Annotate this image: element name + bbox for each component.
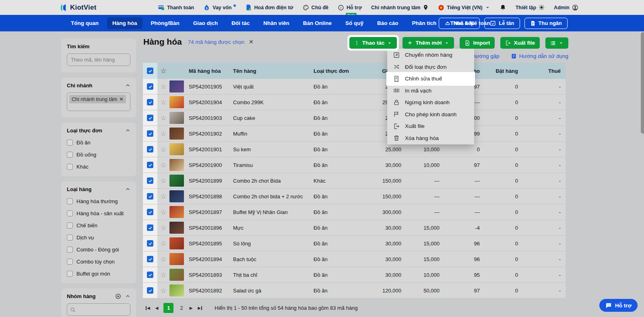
reception-button[interactable]: Lễ tân — [484, 18, 520, 29]
checkbox-unchecked[interactable] — [67, 198, 73, 204]
topbar-item-theme[interactable]: Chủ đề — [303, 4, 328, 11]
favorite-star-icon[interactable]: ☆ — [157, 239, 169, 248]
nav-tab[interactable]: Hàng hóa — [107, 17, 142, 29]
add-new-button[interactable]: Thêm mới — [402, 37, 454, 49]
favorite-star-icon[interactable]: ☆ — [157, 255, 169, 263]
row-checkbox[interactable] — [147, 130, 153, 137]
favorite-star-icon[interactable]: ☆ — [157, 192, 169, 201]
nav-tab[interactable]: Giao dịch — [188, 17, 223, 29]
checkbox-unchecked[interactable] — [67, 235, 73, 241]
row-checkbox[interactable] — [147, 209, 153, 215]
first-page-button[interactable]: ◀ — [146, 306, 150, 310]
row-checkbox[interactable] — [147, 240, 153, 247]
table-row[interactable]: ☆ SP542001900 Tiramisu Đồ ăn 30,000 10,0… — [143, 157, 566, 173]
branch-selector[interactable]: Chi nhánh trung tâm — [371, 4, 429, 10]
current-page-button[interactable]: 1 — [163, 303, 173, 313]
dropdown-menu-item[interactable]: Xóa hàng hóa — [387, 132, 474, 144]
row-checkbox[interactable] — [147, 99, 153, 105]
nav-tab[interactable]: Phân tích — [407, 17, 442, 29]
nav-tab[interactable]: Bán Online — [298, 17, 337, 29]
table-row[interactable]: ☆ SP542001899 Combo 2h chơi Bida Khác 15… — [143, 173, 566, 189]
row-checkbox[interactable] — [147, 83, 153, 90]
nav-tab[interactable]: Tổng quan — [66, 17, 104, 29]
col-header-code[interactable]: Mã hàng hóa — [189, 68, 229, 74]
product-type-option[interactable]: Buffet gọi món — [67, 271, 130, 277]
kitchen-button[interactable]: Nhà bếp — [439, 18, 480, 29]
col-header-ordered[interactable]: Đặt hàng — [485, 68, 523, 74]
row-checkbox[interactable] — [147, 162, 153, 168]
chevron-up-icon[interactable] — [125, 128, 130, 133]
checkbox-unchecked[interactable] — [67, 247, 73, 253]
col-header-tax[interactable]: Thuế — [523, 68, 566, 74]
product-type-option[interactable]: Hàng hóa thường — [67, 198, 130, 204]
row-checkbox[interactable] — [147, 177, 153, 184]
table-row[interactable]: ☆ SP542001896 Mực Đồ ăn 30,000 15,000 -4… — [143, 220, 566, 236]
chevron-up-icon[interactable] — [125, 294, 130, 299]
group-search-input[interactable] — [67, 303, 130, 316]
row-checkbox[interactable] — [147, 272, 153, 278]
next-page-button[interactable]: ▶ — [190, 306, 193, 310]
topbar-item-einvoice[interactable]: Hoá đơn điện tử — [245, 4, 293, 11]
table-row[interactable]: ☆ SP542001905 Việt quất Đồ ăn 20,000 10,… — [143, 79, 566, 95]
dropdown-menu-item[interactable]: Đổi loại thực đơn — [387, 61, 474, 73]
favorite-star-icon[interactable]: ☆ — [157, 114, 169, 122]
table-row[interactable]: ☆ SP542001894 Bạch tuộc Đồ ăn 30,000 15,… — [143, 251, 566, 267]
nav-tab[interactable]: Đối tác — [226, 17, 255, 29]
row-checkbox[interactable] — [147, 287, 153, 294]
table-row[interactable]: ☆ SP542001904 Combo 299K Đồ ăn 299,000 -… — [143, 95, 566, 110]
guide-link[interactable]: Hướng dẫn sử dụng — [511, 53, 568, 59]
branch-multiselect[interactable]: Chi nhánh trung tâm ✕ — [67, 93, 130, 111]
table-row[interactable]: ☆ SP542001892 Salad ức gà Đồ ăn 120,000 … — [143, 283, 566, 298]
product-type-option[interactable]: Dịch vụ — [67, 235, 130, 241]
clear-selection-icon[interactable]: ✕ — [249, 39, 254, 45]
checkbox-unchecked[interactable] — [67, 152, 73, 158]
table-row[interactable]: ☆ SP542001897 Buffet Mỹ Vị Nhân Gian Đồ … — [143, 204, 566, 220]
col-header-name[interactable]: Tên hàng — [229, 68, 310, 74]
favorite-star-icon[interactable]: ☆ — [157, 286, 169, 295]
chevron-up-icon[interactable] — [125, 187, 130, 192]
dropdown-menu-item[interactable]: In mã vạch — [387, 85, 474, 97]
product-type-option[interactable]: Combo - Đóng gói — [67, 247, 130, 253]
table-row[interactable]: ☆ SP542001903 Cup cake Đồ ăn 20,000 10,0… — [143, 110, 566, 126]
favorite-star-icon[interactable]: ☆ — [157, 271, 169, 279]
product-type-option[interactable]: Chế biến — [67, 222, 130, 228]
favorite-star-icon[interactable]: ☆ — [157, 145, 169, 154]
cashier-button[interactable]: Thu ngân — [524, 18, 568, 29]
checkbox-unchecked[interactable] — [67, 271, 73, 277]
plus-circle-icon[interactable] — [115, 293, 121, 299]
nav-tab[interactable]: Nhân viên — [258, 17, 295, 29]
favorite-star-icon[interactable]: ☆ — [157, 208, 169, 216]
table-row[interactable]: ☆ SP542001895 Sò lông Đồ ăn 30,000 15,00… — [143, 236, 566, 251]
notifications-button[interactable] — [500, 4, 506, 11]
kiotviet-logo[interactable]: KiotViet — [58, 3, 97, 12]
search-input[interactable] — [67, 54, 130, 66]
dropdown-menu-item[interactable]: Chỉnh sửa thuế — [387, 73, 474, 85]
select-all-checkbox[interactable] — [147, 68, 153, 74]
dropdown-menu-item[interactable]: Chuyển nhóm hàng — [387, 49, 474, 61]
checkbox-unchecked[interactable] — [67, 164, 73, 170]
menu-type-option[interactable]: Khác — [67, 164, 130, 170]
checkbox-unchecked[interactable] — [67, 210, 73, 216]
menu-type-option[interactable]: Đồ uống — [67, 152, 130, 158]
row-checkbox[interactable] — [147, 224, 153, 231]
menu-type-option[interactable]: Đồ ăn — [67, 140, 130, 146]
settings-button[interactable]: Thiết lập — [516, 4, 545, 10]
dropdown-menu-item[interactable]: Ngừng kinh doanh — [387, 97, 474, 109]
nav-tab[interactable]: Phòng/Bàn — [146, 17, 185, 29]
admin-menu[interactable]: Admin — [554, 4, 578, 11]
checkbox-unchecked[interactable] — [67, 222, 73, 228]
favorite-star-icon[interactable]: ☆ — [157, 82, 169, 91]
topbar-item-loan[interactable]: Vay vốn — [203, 4, 235, 11]
row-checkbox[interactable] — [147, 256, 153, 262]
table-row[interactable]: ☆ SP542001898 Combo 2h chơi bida + 2 nướ… — [143, 189, 566, 204]
import-button[interactable]: Import — [460, 37, 495, 49]
product-type-option[interactable]: Hàng hóa - sản xuất — [67, 210, 130, 216]
dropdown-menu-item[interactable]: Xuất file — [387, 120, 474, 132]
favorite-star-icon[interactable]: ☆ — [157, 98, 169, 107]
topbar-item-support[interactable]: Hỗ trợ Beta — [338, 4, 362, 11]
topbar-item-payment[interactable]: Thanh toán — [158, 4, 194, 11]
row-checkbox[interactable] — [147, 193, 153, 200]
product-type-option[interactable]: Combo tùy chọn — [67, 259, 130, 265]
col-header-menu-type[interactable]: Loại thực đơn — [310, 68, 370, 74]
language-selector[interactable]: Tiếng Việt (VN) — [438, 4, 490, 11]
